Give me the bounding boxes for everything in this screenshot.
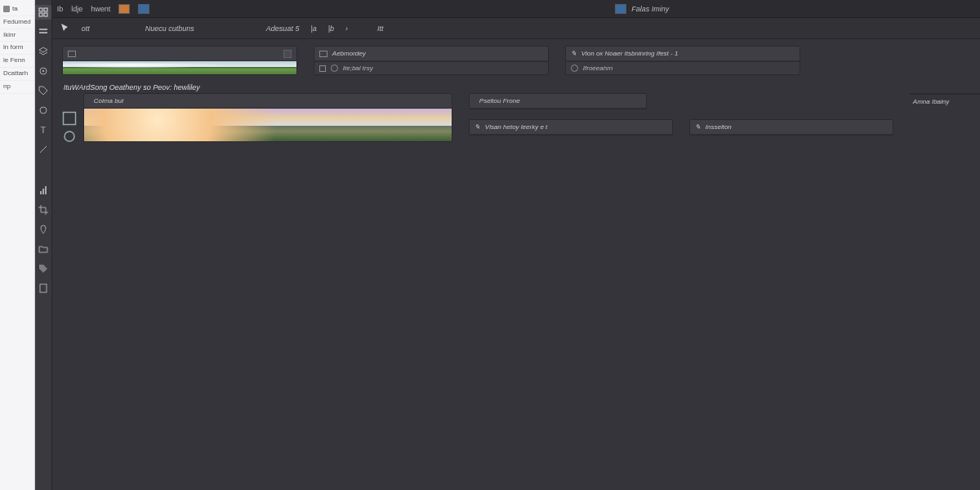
menu-item[interactable]: Ib [57,5,64,13]
tool-name-label: ott [82,24,90,33]
thumbnail-image[interactable] [63,61,296,74]
image-panel-large[interactable]: Coima but [83,93,452,142]
panel-icon [319,51,327,57]
toolbar-glyph[interactable]: |a [310,24,316,33]
tool-label-icon[interactable] [35,83,51,98]
window-title: Falas Iminy [631,5,669,13]
nav-item[interactable]: le Fenn [0,55,34,68]
section-label: ItuWArdSong Oeatheny so Peov: hewliley [52,78,980,91]
svg-rect-5 [39,32,47,33]
panel-title: Coima but [94,97,123,105]
chevron-right-icon[interactable]: › [345,24,348,33]
panel-title: Vion ox Noaer Itsbninring Ifest - 1 [581,50,679,57]
tool-folder-icon[interactable] [35,242,51,256]
thumbnail-row: Coima but Pseltou Frone [52,91,980,145]
thumbnail-image[interactable] [910,93,980,95]
thumbnail-row: Aebmordey Ite;bal trsy ✎ Vion ox Noaer I… [52,39,980,78]
svg-rect-3 [44,13,47,16]
panel-header: ✎ Insselton [690,120,893,135]
tool-stack-icon[interactable] [35,24,51,39]
thumb-caption: Amna Ibainy [913,98,949,105]
tool-marker-icon[interactable] [35,222,51,237]
tool-text-icon[interactable]: T [35,122,51,137]
panel-caption: Ite;bal trsy [343,65,373,72]
nav-label: ta [12,6,18,13]
pen-icon: ✎ [474,123,480,131]
checkbox-icon[interactable] [319,65,326,72]
nav-label: le Fenn [3,57,25,65]
menu-item[interactable]: hwent [91,5,110,13]
svg-rect-2 [39,13,42,16]
pen-icon: ✎ [571,50,577,57]
field-label: Nuecu cutbuns [145,24,194,33]
tool-target-icon[interactable] [35,64,51,78]
panel-header: Coima but [84,94,452,109]
info-icon[interactable] [571,65,578,72]
menu-item[interactable]: ldje [71,5,82,13]
gutter-icon[interactable] [62,129,77,142]
section-header-label: Itt [377,24,384,33]
panel-title: Insselton [706,123,732,131]
toolbar-glyph[interactable]: |b [328,24,334,33]
tool-line-icon[interactable] [35,142,51,157]
image-panel[interactable]: ✎ Vlsan hetoy leerky e t [469,119,673,136]
panel-caption: Ifroeeahrn [583,65,612,72]
cursor-icon[interactable] [60,23,70,34]
svg-point-15 [65,131,74,141]
image-panel[interactable]: ✎ Insselton [689,119,893,136]
panel-footer: Ifroeeahrn [566,61,800,74]
nav-item[interactable]: ln form [0,42,34,55]
panel-header: Pseltou Frone [470,94,646,109]
content-area: Aebmordey Ite;bal trsy ✎ Vion ox Noaer I… [52,39,980,490]
nav-item[interactable]: Fedumed [0,16,34,29]
panel-title: Vlsan hetoy leerky e t [485,123,547,131]
panel-header: ✎ Vion ox Noaer Itsbninring Ifest - 1 [566,47,800,61]
tool-rail: T [35,0,52,490]
swatch-icon[interactable] [138,4,149,14]
nav-item[interactable]: Dcattarh [0,68,34,81]
panel-footer: Ite;bal trsy [314,61,548,74]
svg-line-9 [40,146,47,153]
panel-title: Aebmordey [332,50,366,57]
grid-button-icon[interactable] [283,50,292,58]
image-panel[interactable]: Pseltou Frone [469,93,647,109]
tool-levels-icon[interactable] [35,183,51,198]
gutter-icon[interactable] [62,111,77,124]
window-title-group: Falas Iminy [615,4,669,14]
swatch-icon[interactable] [118,4,130,14]
tool-tag-icon[interactable] [35,261,51,276]
panel-header: ✎ Vlsan hetoy leerky e t [470,120,672,135]
tool-crop-icon[interactable] [35,203,51,217]
image-panel[interactable]: Aebmordey Ite;bal trsy [314,46,549,75]
svg-rect-13 [40,284,47,292]
tool-circle-icon[interactable] [35,103,51,118]
tool-layers-icon[interactable] [35,44,51,59]
nav-label: Ikinr [3,32,16,39]
panel-header: Aebmordey [314,47,548,61]
nav-item[interactable]: np [0,81,34,94]
nav-item[interactable]: ta [0,3,34,16]
main: Ib ldje hwent Falas Iminy ott Nuecu cutb… [52,0,980,490]
nav-label: Fedumed [3,19,31,26]
options-toolbar: ott Nuecu cutbuns Adesuat 5 |a |b › Itt [52,18,980,39]
nav-item[interactable]: Ikinr [0,29,34,42]
svg-rect-0 [39,8,42,11]
info-icon[interactable] [331,65,338,72]
panel-gutter [62,93,80,142]
panel-header [63,47,296,61]
nav-strip: ta Fedumed Ikinr ln form le Fenn Dcattar… [0,0,35,490]
svg-rect-10 [40,191,42,194]
image-panel[interactable] [62,46,297,75]
panel-icon [68,51,76,57]
nav-label: np [3,83,11,91]
nav-label: Dcattarh [3,70,28,78]
tool-doc-icon[interactable] [35,281,51,296]
svg-rect-14 [63,113,75,125]
tool-grid-icon[interactable] [35,5,51,20]
thumbnail-image[interactable] [84,109,452,141]
svg-point-7 [42,70,44,72]
svg-rect-11 [42,189,44,194]
image-panel[interactable]: ✎ Vion ox Noaer Itsbninring Ifest - 1 If… [565,46,800,75]
nav-label: ln form [3,44,23,51]
nav-icon [3,6,10,12]
